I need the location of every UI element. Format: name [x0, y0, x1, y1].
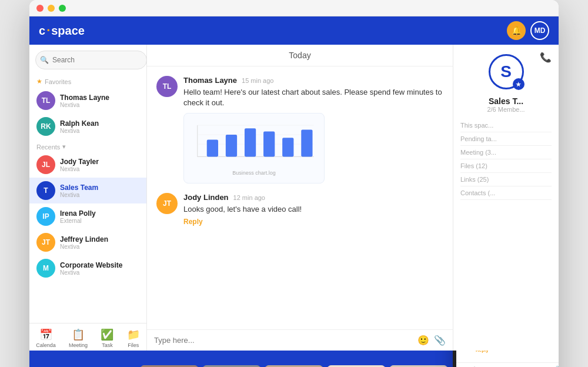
phone-input-bar: Type here... 📎 — [456, 362, 559, 367]
notification-button[interactable]: 🔔 — [507, 21, 526, 40]
avatar: RK — [36, 117, 55, 136]
sales-team-avatar: S ★ — [489, 54, 524, 89]
avatar: M — [36, 259, 55, 278]
contact-sales-team[interactable]: T Sales Team Nextiva — [29, 178, 146, 203]
chat-input[interactable] — [154, 336, 413, 345]
nav-label: Calenda — [36, 342, 56, 348]
app-body: 🔍 + ★ Favorites TL Thomas Layne Nextiva … — [29, 45, 559, 351]
panel-link-contacts[interactable]: Contacts (... — [460, 186, 552, 200]
chat-area: Today TL Thomas Layne 15 min ago Hello t… — [147, 45, 453, 351]
contact-sub: Nextiva — [60, 269, 139, 276]
logo: c · space — [39, 23, 85, 38]
contact-sub: Nextiva — [60, 243, 139, 250]
favorites-label: ★ Favorites — [29, 75, 146, 88]
message-avatar: JT — [156, 193, 178, 214]
message-2: JT Jody Linden 12 min ago Looks good, le… — [156, 193, 443, 226]
phone-message-2: JL Jody Linden 12 min ago Looks good, le… — [461, 351, 559, 353]
panel-link-meeting[interactable]: Meeting (3... — [460, 146, 552, 159]
svg-rect-6 — [226, 135, 237, 156]
phone-messages: TL Thomas Layne 15 min ago Hello team! H… — [456, 351, 559, 362]
reply-link[interactable]: Reply — [183, 218, 203, 226]
svg-rect-7 — [245, 129, 256, 157]
chart-container: Business chart.log — [183, 113, 325, 184]
message-time: 12 min ago — [233, 194, 265, 201]
recents-label: Recents ▾ — [29, 139, 146, 152]
chat-messages: TL Thomas Layne 15 min ago Hello team! H… — [147, 66, 453, 329]
phone-icon[interactable]: 📞 — [540, 52, 552, 63]
svg-rect-8 — [263, 132, 275, 157]
phone-reply-link[interactable]: Reply — [476, 351, 489, 353]
header-right: 🔔 MD — [507, 21, 549, 40]
contact-jeffrey-linden[interactable]: JT Jeffrey Linden Nextiva — [29, 229, 146, 255]
meeting-icon: 📋 — [72, 328, 85, 341]
panel-link-pending[interactable]: Pending ta... — [460, 132, 552, 146]
svg-rect-9 — [282, 138, 293, 157]
nav-task[interactable]: ✅ Task — [101, 328, 113, 348]
calendar-icon: 📅 — [39, 328, 52, 341]
contact-name: Sales Team — [60, 184, 139, 192]
bar-chart — [191, 121, 317, 168]
contact-thomas-layne[interactable]: TL Thomas Layne Nextiva — [29, 88, 146, 114]
contact-sub: External — [60, 218, 139, 224]
title-bar — [29, 0, 559, 16]
message-sender: Thomas Layne — [183, 76, 237, 85]
video-call-strip: 📷 📞 🎤 🖥 9:41 ▪▪▪ 📶 ‹ Sales Team 🔔 ℹ Toda… — [29, 351, 559, 367]
logo-dot: · — [46, 23, 50, 38]
avatar: JL — [36, 155, 55, 174]
contact-name: Thomas Layne — [60, 94, 139, 102]
panel-link-links[interactable]: Links (25) — [460, 173, 552, 186]
contact-irena-polly[interactable]: IP Irena Polly External — [29, 203, 146, 229]
message-text: Looks good, let's have a video call! — [183, 204, 443, 215]
contact-jody-tayler[interactable]: JL Jody Tayler Nextiva — [29, 152, 146, 178]
user-avatar[interactable]: MD — [530, 21, 549, 40]
phone-mockup: 9:41 ▪▪▪ 📶 ‹ Sales Team 🔔 ℹ Today 📞 TL — [453, 351, 559, 367]
contact-name: Jody Tayler — [60, 158, 139, 166]
avatar: T — [36, 181, 55, 200]
avatar: IP — [36, 207, 55, 226]
contact-sub: Nextiva — [60, 192, 139, 198]
avatar-star-badge: ★ — [513, 78, 524, 90]
search-input[interactable] — [35, 51, 147, 69]
nav-files[interactable]: 📁 Files — [127, 328, 140, 348]
panel-members: 2/6 Membe... — [460, 106, 552, 113]
chat-input-bar: 🙂 📎 — [147, 329, 453, 351]
search-bar: 🔍 + — [29, 45, 146, 75]
sidebar: 🔍 + ★ Favorites TL Thomas Layne Nextiva … — [29, 45, 147, 351]
chat-date-header: Today — [147, 45, 453, 66]
files-icon: 📁 — [127, 328, 140, 341]
message-content: Thomas Layne 15 min ago Hello team! Here… — [183, 76, 443, 184]
bottom-nav: 📅 Calenda 📋 Meeting ✅ Task 📁 Files — [29, 323, 146, 351]
contact-name: Corporate Website — [60, 261, 139, 269]
right-panel: 📞 S ★ Sales T... 2/6 Membe... This spac.… — [453, 45, 559, 351]
nav-label: Files — [128, 342, 139, 348]
panel-link-space[interactable]: This spac... — [460, 119, 552, 132]
contact-sub: Nextiva — [60, 102, 139, 108]
nav-label: Meeting — [69, 342, 88, 348]
contact-name: Irena Polly — [60, 209, 139, 218]
maximize-dot[interactable] — [59, 5, 66, 12]
svg-rect-5 — [207, 140, 218, 157]
emoji-icon[interactable]: 🙂 — [417, 335, 429, 346]
nav-label: Task — [102, 342, 113, 348]
logo-text: c — [39, 24, 45, 38]
nav-calendar[interactable]: 📅 Calenda — [36, 328, 56, 348]
minimize-dot[interactable] — [48, 5, 55, 12]
message-1: TL Thomas Layne 15 min ago Hello team! H… — [156, 76, 443, 184]
contact-sub: Nextiva — [60, 166, 139, 172]
close-dot[interactable] — [36, 5, 44, 12]
panel-link-files[interactable]: Files (12) — [460, 159, 552, 173]
contact-sub: Nextiva — [60, 128, 139, 134]
message-avatar: TL — [156, 76, 178, 97]
avatar: JT — [36, 233, 55, 252]
search-wrap: 🔍 — [35, 51, 147, 69]
star-icon: ★ — [36, 78, 42, 85]
contact-ralph-kean[interactable]: RK Ralph Kean Nextiva — [29, 114, 146, 139]
message-sender: Jody Linden — [183, 193, 229, 202]
nav-meeting[interactable]: 📋 Meeting — [69, 328, 88, 348]
contact-corporate-website[interactable]: M Corporate Website Nextiva — [29, 255, 146, 281]
avatar: TL — [36, 91, 55, 110]
logo-text2: space — [51, 24, 85, 38]
attachment-icon[interactable]: 📎 — [434, 335, 446, 346]
app-header: c · space 🔔 MD — [29, 16, 559, 45]
contact-name: Jeffrey Linden — [60, 235, 139, 243]
